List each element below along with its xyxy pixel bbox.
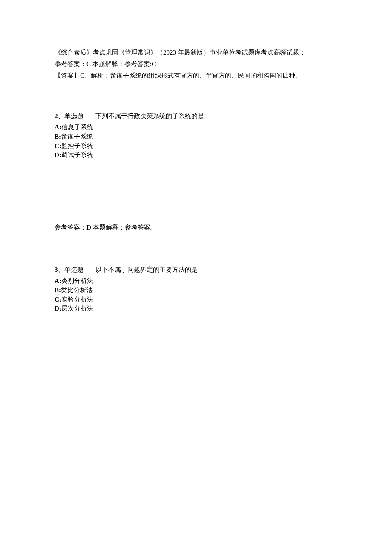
question-2-number: 2 (55, 113, 58, 119)
question-2: 2、单选题下列不属于行政决策系统的子系统的是 A:信息子系统 B:参谋子系统 C… (55, 110, 337, 160)
question-3-option-a: A:类别分析法 (55, 276, 337, 286)
question-2-option-b: B:参谋子系统 (55, 132, 337, 142)
option-label: C: (55, 142, 61, 149)
option-label: C: (55, 296, 61, 303)
option-text: 参谋子系统 (61, 133, 93, 140)
intro-line-2: 参考答案：C 本题解释：参考答案:C (55, 58, 337, 70)
question-2-option-a: A:信息子系统 (55, 123, 337, 132)
option-label: D: (55, 305, 61, 312)
question-3-number: 3 (55, 266, 58, 273)
option-label: A: (55, 277, 61, 284)
question-2-title: 2、单选题下列不属于行政决策系统的子系统的是 (55, 110, 337, 122)
option-text: 类别分析法 (61, 277, 93, 284)
question-3-text: 以下不属于问题界定的主要方法的是 (95, 266, 198, 273)
question-3-option-b: B:类比分析法 (55, 286, 337, 295)
question-2-option-d: D:调试子系统 (55, 151, 337, 160)
option-label: B: (55, 287, 61, 293)
question-2-text: 下列不属于行政决策系统的子系统的是 (95, 113, 204, 119)
option-text: 层次分析法 (61, 305, 93, 312)
option-text: 实验分析法 (61, 296, 93, 303)
answer-text: 参考答案：D 本题解释：参考答案. (55, 222, 337, 233)
option-text: 类比分析法 (61, 287, 93, 293)
option-text: 监控子系统 (61, 142, 93, 149)
document-body: 《综合素质》考点巩固《管理常识》（2023 年最新版）事业单位考试题库考点高频试… (55, 47, 337, 314)
question-2-type: 、单选题 (58, 113, 84, 119)
question-3-type: 、单选题 (58, 266, 84, 273)
option-label: D: (55, 151, 61, 158)
question-2-option-c: C:监控子系统 (55, 142, 337, 151)
question-2-answer: 参考答案：D 本题解释：参考答案. (55, 222, 337, 233)
option-label: B: (55, 133, 61, 140)
intro-line-3: 【答案】C。解析：参谋子系统的组织形式有官方的、半官方的、民间的和跨国的四种。 (55, 70, 337, 81)
option-label: A: (55, 124, 61, 131)
intro-line-1: 《综合素质》考点巩固《管理常识》（2023 年最新版）事业单位考试题库考点高频试… (55, 47, 337, 58)
question-3-option-c: C:实验分析法 (55, 295, 337, 305)
question-3-title: 3、单选题以下不属于问题界定的主要方法的是 (55, 264, 337, 276)
question-3-option-d: D:层次分析法 (55, 304, 337, 314)
question-3: 3、单选题以下不属于问题界定的主要方法的是 A:类别分析法 B:类比分析法 C:… (55, 264, 337, 314)
option-text: 信息子系统 (61, 124, 93, 131)
option-text: 调试子系统 (61, 151, 93, 158)
